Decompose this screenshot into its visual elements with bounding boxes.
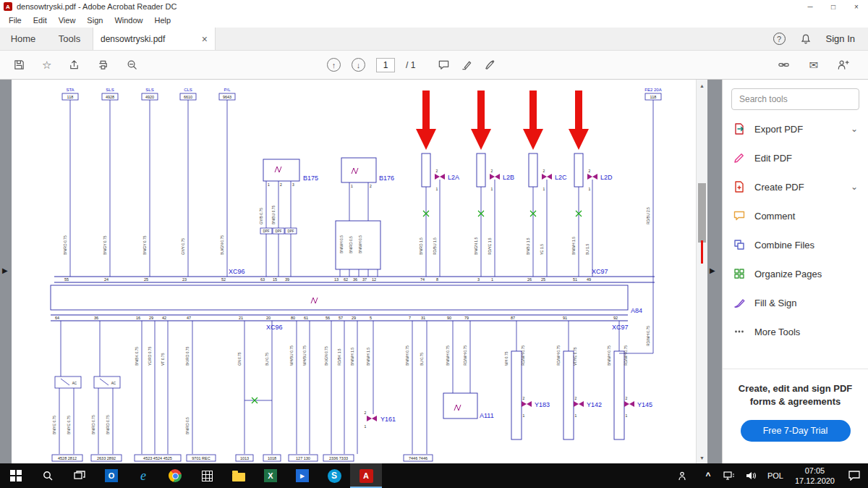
tab-home[interactable]: Home (0, 28, 46, 50)
injector: 2 1 L2B BN/GN 1.5 RD/YE 1.5 3 1 (471, 91, 514, 282)
language-indicator[interactable]: POL (762, 463, 789, 488)
start-button[interactable] (0, 463, 32, 488)
task-view-button[interactable] (64, 463, 95, 488)
wire-color-label: BU 0.75 (420, 353, 424, 366)
expand-left-pane-arrow[interactable]: ▶ (2, 266, 8, 274)
menu-item[interactable]: Help (149, 16, 177, 25)
clock[interactable]: 07:05 17.12.2020 (789, 463, 841, 488)
wire-color-label: BN/RD 0.75 (63, 235, 67, 255)
sidebar-item-create-pdf[interactable]: Create PDF ⌄ (723, 172, 868, 201)
file-explorer-taskbar-icon[interactable] (223, 463, 255, 488)
highlighter-icon[interactable] (461, 59, 473, 71)
sidebar-item-edit-pdf[interactable]: Edit PDF (723, 143, 868, 172)
svg-text:3: 3 (477, 277, 480, 282)
export-pdf-icon (733, 122, 746, 135)
wire-color-label: BN/GY 0.75 (142, 235, 147, 255)
page-up-icon[interactable]: ↑ (327, 58, 341, 72)
person-add-icon[interactable] (837, 59, 849, 71)
help-icon[interactable]: ? (773, 33, 786, 45)
svg-text:B175: B175 (303, 174, 318, 182)
wire-color-label: BK/GN 0.75 (324, 346, 328, 366)
chevron-down-icon[interactable]: ⌄ (851, 124, 858, 134)
maximize-button[interactable]: □ (822, 0, 845, 13)
sidebar-item-comment[interactable]: Comment (723, 201, 868, 230)
print-icon[interactable] (97, 59, 109, 71)
link-icon[interactable] (778, 59, 790, 71)
collapse-tools-pane-arrow[interactable]: ▶ (710, 266, 715, 274)
close-button[interactable]: × (845, 0, 868, 13)
sign-pen-icon[interactable] (484, 59, 496, 71)
star-icon[interactable]: ☆ (42, 59, 51, 70)
ac-relay: AC (55, 376, 81, 454)
page-number-input[interactable]: 1 (376, 58, 395, 72)
sidebar-item-export-pdf[interactable]: Export PDF ⌄ (723, 114, 868, 143)
taskbar-search-button[interactable] (32, 463, 64, 488)
svg-text:1: 1 (491, 277, 493, 282)
media-app-taskbar-icon[interactable]: ▶ (286, 463, 318, 488)
acrobat-app-icon: A (4, 2, 12, 11)
network-button[interactable] (718, 463, 740, 488)
tray-expand-button[interactable]: ^ (698, 463, 718, 488)
sidebar-item-combine-files[interactable]: Combine Files (723, 230, 868, 259)
action-center-button[interactable] (841, 463, 868, 488)
wire-color-label: WH/BU 0.75 (302, 345, 307, 366)
chevron-down-icon[interactable]: ⌄ (851, 182, 858, 192)
chrome-taskbar-icon[interactable] (159, 463, 191, 488)
menu-item[interactable]: Edit (27, 16, 53, 25)
svg-text:FE2 20A: FE2 20A (644, 88, 661, 92)
volume-button[interactable] (740, 463, 762, 488)
svg-text:9643: 9643 (223, 95, 231, 99)
tab-tools[interactable]: Tools (46, 28, 93, 50)
vertical-scrollbar[interactable]: ▲ ▼ (696, 80, 707, 463)
minimize-button[interactable]: ─ (799, 0, 822, 13)
skype-icon: S (328, 469, 341, 483)
right-panel-strip: ▶ (707, 80, 722, 463)
save-icon[interactable] (13, 59, 25, 71)
page-down-icon[interactable]: ↓ (352, 58, 365, 72)
menu-item[interactable]: Window (109, 16, 148, 25)
menu-item[interactable]: View (53, 16, 82, 25)
wire-color-label: RD/WH 0.75 (624, 345, 628, 366)
skype-taskbar-icon[interactable]: S (318, 463, 350, 488)
grid-app-taskbar-icon[interactable] (191, 463, 223, 488)
svg-text:2: 2 (626, 396, 628, 400)
search-tools-input[interactable] (731, 88, 859, 110)
ac-relays: AC AC (55, 376, 120, 454)
svg-text:80: 80 (291, 316, 295, 320)
scroll-up-icon[interactable]: ▲ (697, 80, 707, 91)
sidebar-item-fill-sign[interactable]: Fill & Sign (723, 288, 868, 317)
wire-color-label: GY/B 0.75 (259, 208, 263, 224)
ie-taskbar-icon[interactable]: e (127, 463, 159, 488)
top-connector: FE2 20A 118 (644, 88, 661, 277)
svg-text:BU 1.5: BU 1.5 (585, 243, 590, 255)
menu-item[interactable]: File (3, 16, 27, 25)
notifications-bell-icon[interactable] (800, 33, 812, 45)
svg-text:118: 118 (67, 95, 74, 99)
outlook-taskbar-icon[interactable]: O (95, 463, 127, 488)
menu-item[interactable]: Sign (81, 16, 109, 25)
chevron-up-icon: ^ (705, 471, 710, 481)
zoom-out-icon[interactable] (126, 59, 138, 71)
sidebar-item-more-tools[interactable]: More Tools (723, 317, 868, 346)
toolbar: ☆ ↑ ↓ 1 / 1 (0, 51, 868, 80)
acrobat-taskbar-icon[interactable]: A (350, 463, 382, 488)
tab-document[interactable]: densowtryski.pdf × (93, 28, 216, 50)
svg-text:A84: A84 (631, 307, 642, 314)
red-annotation-arrow (523, 91, 543, 150)
sidebar-item-organize-pages[interactable]: Organize Pages (723, 259, 868, 288)
free-trial-button[interactable]: Free 7-Day Trial (741, 420, 851, 442)
comment-tool-icon[interactable] (438, 59, 450, 71)
pdf-page[interactable]: STA 118 55 SLS 4928 24 SLS 49 (12, 80, 696, 463)
share-icon[interactable] (68, 59, 80, 71)
people-button[interactable] (666, 463, 698, 488)
close-tab-icon[interactable]: × (202, 33, 208, 45)
scrollbar-thumb[interactable] (698, 183, 706, 243)
wire-color-label: BN/YE 0.75 (67, 416, 71, 434)
svg-text:6610: 6610 (184, 95, 192, 99)
sign-in-link[interactable]: Sign In (826, 33, 855, 44)
excel-taskbar-icon[interactable]: X (255, 463, 286, 488)
scroll-down-icon[interactable]: ▼ (697, 452, 707, 463)
injector: 2 1 L2D BN/WH 1.5 BU 1.5 51 49 (569, 91, 613, 282)
svg-text:7446 7446: 7446 7446 (409, 456, 427, 460)
envelope-icon[interactable]: ✉ (809, 59, 818, 70)
